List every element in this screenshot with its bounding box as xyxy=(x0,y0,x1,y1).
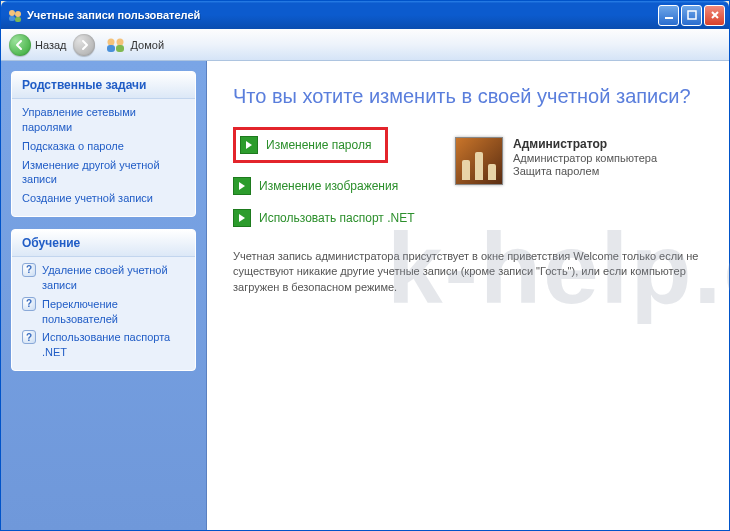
app-icon xyxy=(7,7,23,23)
help-icon: ? xyxy=(22,297,36,311)
sidebar-link-password-hint[interactable]: Подсказка о пароле xyxy=(22,139,185,154)
svg-rect-8 xyxy=(107,45,115,52)
arrow-icon xyxy=(240,136,258,154)
sidebar-link-create-account[interactable]: Создание учетной записи xyxy=(22,191,185,206)
svg-rect-5 xyxy=(688,11,696,19)
forward-button[interactable] xyxy=(73,34,95,56)
sidebar-link-switch-users[interactable]: ?Переключение пользователей xyxy=(22,297,185,327)
account-info: Администратор Администратор компьютера З… xyxy=(455,137,685,185)
help-icon: ? xyxy=(22,330,36,344)
toolbar: Назад Домой xyxy=(1,29,729,61)
page-heading: Что вы хотите изменить в своей учетной з… xyxy=(233,83,703,109)
content-area: Родственные задачи Управление сетевыми п… xyxy=(1,61,729,530)
close-button[interactable] xyxy=(704,5,725,26)
window-title: Учетные записи пользователей xyxy=(27,9,656,21)
svg-point-1 xyxy=(15,11,21,17)
maximize-button[interactable] xyxy=(681,5,702,26)
forward-arrow-icon xyxy=(73,34,95,56)
task-link[interactable]: Изменение пароля xyxy=(266,138,371,152)
home-button[interactable]: Домой xyxy=(105,37,165,53)
arrow-icon xyxy=(233,177,251,195)
sidebar-link-delete-account[interactable]: ?Удаление своей учетной записи xyxy=(22,263,185,293)
sidebar-link-network-passwords[interactable]: Управление сетевыми паролями xyxy=(22,105,185,135)
svg-point-7 xyxy=(116,38,123,45)
account-avatar xyxy=(455,137,503,185)
titlebar[interactable]: Учетные записи пользователей xyxy=(1,1,729,29)
sidebar-link-change-other-account[interactable]: Изменение другой учетной записи xyxy=(22,158,185,188)
panel-heading: Обучение xyxy=(12,230,195,257)
svg-point-0 xyxy=(9,10,15,16)
back-label: Назад xyxy=(35,39,67,51)
svg-rect-3 xyxy=(15,17,21,22)
task-use-net-passport[interactable]: Использовать паспорт .NET xyxy=(233,209,703,227)
related-tasks-panel: Родственные задачи Управление сетевыми п… xyxy=(11,71,196,217)
arrow-icon xyxy=(233,209,251,227)
task-link[interactable]: Использовать паспорт .NET xyxy=(259,211,414,225)
learn-panel: Обучение ?Удаление своей учетной записи … xyxy=(11,229,196,371)
svg-rect-9 xyxy=(116,45,124,52)
account-name: Администратор xyxy=(513,137,657,151)
back-arrow-icon xyxy=(9,34,31,56)
users-icon xyxy=(105,37,127,53)
sidebar-link-net-passport[interactable]: ?Использование паспорта .NET xyxy=(22,330,185,360)
svg-point-6 xyxy=(107,38,114,45)
app-window: Учетные записи пользователей Назад Домой xyxy=(0,0,730,531)
account-protection: Защита паролем xyxy=(513,165,657,177)
main-pane: k-help.com Что вы хотите изменить в свое… xyxy=(207,61,729,530)
minimize-button[interactable] xyxy=(658,5,679,26)
svg-rect-2 xyxy=(9,16,15,21)
task-change-password[interactable]: Изменение пароля xyxy=(233,127,388,163)
account-type: Администратор компьютера xyxy=(513,152,657,164)
back-button[interactable]: Назад xyxy=(9,34,67,56)
footnote-text: Учетная запись администратора присутству… xyxy=(233,249,703,295)
home-label: Домой xyxy=(131,39,165,51)
svg-rect-4 xyxy=(665,17,673,19)
sidebar: Родственные задачи Управление сетевыми п… xyxy=(1,61,207,530)
help-icon: ? xyxy=(22,263,36,277)
panel-heading: Родственные задачи xyxy=(12,72,195,99)
task-link[interactable]: Изменение изображения xyxy=(259,179,398,193)
